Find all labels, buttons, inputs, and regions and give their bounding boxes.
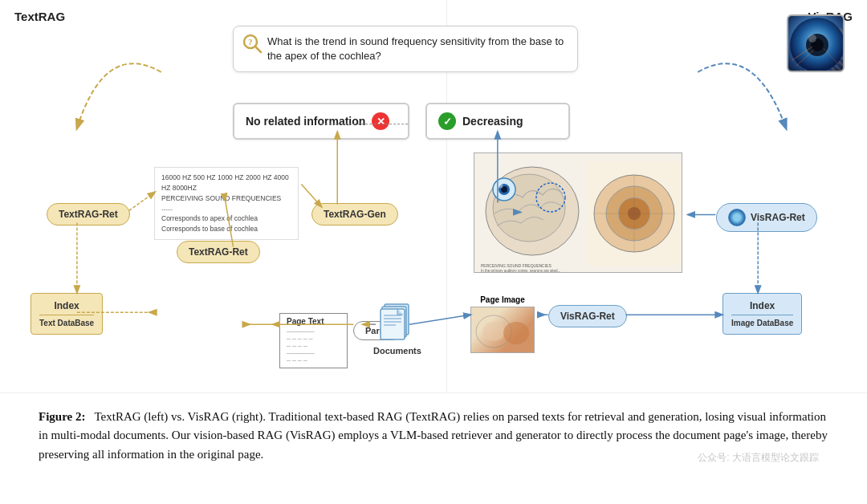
label-textrag: TextRAG bbox=[14, 10, 65, 23]
page-text-label: Page Text bbox=[287, 317, 340, 326]
page-text-box: Page Text ─────── ─ ─ ─ ─ ─ ─ ─ ─ ─ ────… bbox=[279, 313, 348, 368]
page-image-svg bbox=[471, 307, 535, 353]
documents-node: Documents bbox=[373, 301, 421, 356]
question-box: ? What is the trend in sound frequency s… bbox=[233, 26, 578, 72]
index-right-label: Index bbox=[731, 300, 793, 311]
diagram-area: TextRAG VisRAG ? What is the trend in so… bbox=[0, 0, 867, 393]
retrieved-line: PERCEIVING SOUND FREQUENCIES bbox=[161, 193, 291, 204]
search-question-icon: ? bbox=[242, 33, 263, 54]
documents-icon-svg bbox=[380, 301, 415, 343]
caption-area: Figure 2: TextRAG (left) vs. VisRAG (rig… bbox=[0, 393, 867, 477]
visrag-ret-mid-node: VisRAG-Ret bbox=[548, 305, 627, 327]
textrag-ret-mid-node: TextRAG-Ret bbox=[177, 241, 260, 263]
svg-point-36 bbox=[499, 185, 503, 189]
page-text-lines: ─────── ─ ─ ─ ─ ─ ─ ─ ─ ─ ─────── ─ ─ ─ … bbox=[287, 328, 340, 364]
text-retrieved-block: 16000 HZ 500 HZ 1000 HZ 2000 HZ 4000HZ 8… bbox=[154, 167, 299, 240]
index-left-label: Index bbox=[39, 300, 94, 311]
eye-icon-brain bbox=[491, 177, 517, 202]
visrag-eye-image bbox=[787, 14, 845, 72]
textdb-label: Text DataBase bbox=[39, 319, 94, 327]
svg-line-37 bbox=[129, 193, 155, 211]
visrag-ret-right-label: VisRAG-Ret bbox=[751, 212, 805, 223]
main-container: TextRAG VisRAG ? What is the trend in so… bbox=[0, 0, 867, 477]
svg-point-6 bbox=[808, 35, 816, 43]
retrieved-line: 16000 HZ 500 HZ 1000 HZ 2000 HZ 4000 bbox=[161, 173, 291, 183]
visrag-ret-right-eye-icon bbox=[728, 209, 746, 226]
svg-line-1 bbox=[255, 47, 261, 52]
question-text: What is the trend in sound frequency sen… bbox=[267, 35, 564, 62]
page-image-label: Page Image bbox=[470, 295, 535, 304]
visrag-ret-right-node: VisRAG-Ret bbox=[716, 203, 817, 232]
check-icon: ✓ bbox=[438, 112, 456, 130]
svg-point-19 bbox=[503, 322, 529, 344]
svg-point-18 bbox=[482, 322, 505, 341]
retrieved-text-lines: 16000 HZ 500 HZ 1000 HZ 2000 HZ 4000HZ 8… bbox=[161, 173, 291, 234]
svg-text:PERCEIVING SOUND FREQUENCIES: PERCEIVING SOUND FREQUENCIES bbox=[481, 263, 552, 268]
index-textdb-node: Index Text DataBase bbox=[31, 293, 103, 335]
retrieved-line: HZ 8000HZ bbox=[161, 183, 291, 193]
page-image-container: Page Image bbox=[470, 295, 535, 353]
page-image-box bbox=[470, 307, 535, 353]
textrag-ret-left-node: TextRAG-Ret bbox=[47, 203, 130, 226]
imagedb-label: Image DataBase bbox=[731, 319, 793, 327]
retrieved-line: Corresponds to apex of cochlea bbox=[161, 213, 291, 224]
visrag-gen-eye-above-brain bbox=[491, 177, 517, 205]
index-imagedb-node: Index Image DataBase bbox=[722, 293, 802, 335]
answer-no-text: No related information bbox=[246, 115, 365, 128]
answer-yes-box: ✓ Decreasing bbox=[425, 103, 570, 140]
svg-text:In the primary auditory cortex: In the primary auditory cortex, neurons … bbox=[481, 269, 560, 273]
brain-image-svg: PERCEIVING SOUND FREQUENCIES In the prim… bbox=[474, 153, 682, 273]
svg-text:?: ? bbox=[248, 37, 253, 47]
retrieved-line: Corresponds to base of cochlea bbox=[161, 224, 291, 234]
brain-image-area: PERCEIVING SOUND FREQUENCIES In the prim… bbox=[474, 152, 682, 273]
answer-no-box: No related information ✕ bbox=[233, 103, 409, 140]
textrag-gen-node: TextRAG-Gen bbox=[311, 203, 398, 226]
x-icon: ✕ bbox=[372, 112, 389, 130]
retrieved-line: ...... bbox=[161, 203, 291, 213]
figure-label: Figure 2: bbox=[39, 410, 85, 423]
documents-label: Documents bbox=[373, 346, 421, 356]
visrag-eye-svg bbox=[788, 16, 845, 72]
watermark: 公众号: 大语言模型论文跟踪 bbox=[698, 450, 819, 465]
answer-yes-text: Decreasing bbox=[462, 115, 523, 128]
